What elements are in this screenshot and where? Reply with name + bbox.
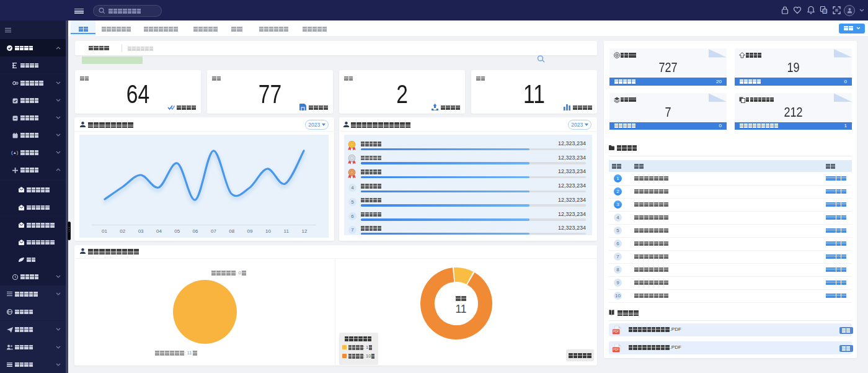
svg-text:PDF: PDF: [613, 348, 619, 351]
svg-text:PDF: PDF: [613, 330, 619, 333]
